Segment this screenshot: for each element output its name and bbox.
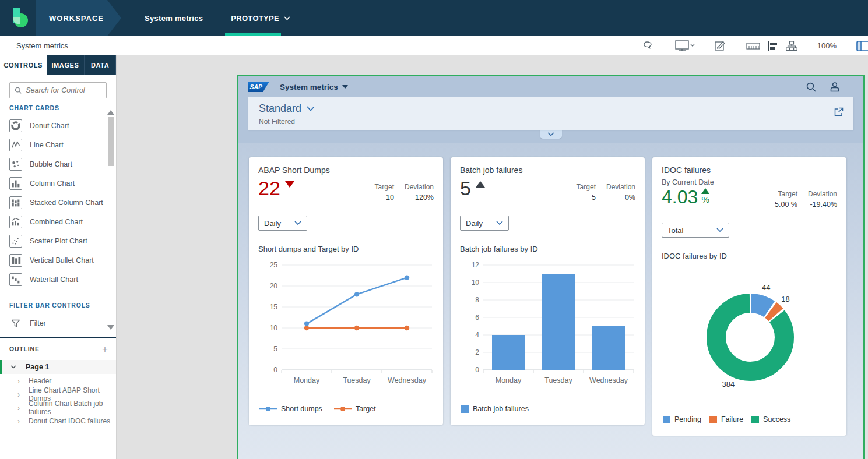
legend-swatch — [461, 405, 469, 413]
search-input[interactable] — [26, 86, 101, 94]
sidebar-item-filter[interactable]: Filter — [0, 313, 116, 333]
column-chart-icon — [9, 177, 22, 190]
chevron-down-icon — [716, 228, 723, 232]
prototype-shell-header: SAP System metrics — [238, 76, 863, 97]
workspace-label: WORKSPACE — [49, 14, 104, 23]
sidebar-item-donut-chart[interactable]: Donut Chart — [0, 116, 116, 135]
outline-title: OUTLINE — [9, 345, 40, 352]
scrollbar-thumb[interactable] — [108, 117, 114, 166]
card-idoc-failures[interactable]: IDOC failures By Current Date 4.03 % Tar… — [652, 157, 846, 436]
chevron-right-icon: › — [17, 389, 20, 399]
scrollbar-down-arrow[interactable] — [107, 325, 114, 330]
target-value: 10 — [386, 193, 394, 202]
donut-chart: 4418384 — [662, 263, 837, 409]
outline-item-donut-chart-idoc-failures[interactable]: ›Donut Chart IDOC failures — [0, 414, 116, 428]
preview-device-icon[interactable] — [675, 40, 695, 51]
chevron-down-icon — [284, 16, 290, 20]
svg-text:2: 2 — [475, 348, 479, 356]
prototype-canvas[interactable]: SAP System metrics Standard Not Filtered — [237, 75, 865, 459]
sitemap-icon[interactable] — [786, 41, 797, 51]
outline-item-column-chart-batch-job-failures[interactable]: ›Column Chart Batch job failures — [0, 401, 116, 414]
outline-add-button[interactable]: + — [102, 344, 108, 354]
sidebar-item-waterfall-chart[interactable]: Waterfall Chart — [0, 270, 116, 289]
search-icon[interactable] — [806, 82, 816, 92]
chevron-down-icon — [294, 221, 301, 225]
chart-cards-list: Donut ChartLine ChartBubble ChartColumn … — [0, 116, 116, 289]
deviation-label: Deviation — [606, 183, 635, 191]
chevron-right-icon: › — [17, 376, 20, 386]
ruler-icon[interactable] — [746, 43, 760, 50]
deviation-label: Deviation — [405, 183, 434, 191]
svg-text:4: 4 — [475, 331, 479, 339]
filter-controls-section-title: FILTER BAR CONTROLS — [9, 302, 107, 309]
outline-item-page-1[interactable]: Page 1 — [0, 360, 116, 374]
prototype-menu[interactable]: PROTOTYPE — [217, 0, 298, 36]
sidebar-item-stacked-column-chart[interactable]: Stacked Column Chart — [0, 193, 116, 212]
tab-controls[interactable]: CONTROLS — [0, 55, 47, 75]
control-search[interactable] — [9, 82, 107, 98]
period-select[interactable]: Daily — [460, 216, 509, 231]
page-title: System metrics — [16, 41, 68, 50]
variant-name: Standard — [259, 103, 301, 115]
legend-item-target: Target — [334, 405, 376, 413]
trend-up-icon — [476, 181, 485, 188]
kpi-value: 5 — [460, 178, 471, 199]
sidebar-item-scatter-plot-chart[interactable]: Scatter Plot Chart — [0, 231, 116, 250]
chevron-down-icon — [10, 365, 16, 369]
sidebar-item-line-chart[interactable]: Line Chart — [0, 135, 116, 154]
legend-item-failure: Failure — [709, 415, 743, 423]
chart-legend: Batch job failures — [460, 405, 635, 413]
svg-text:Tuesday: Tuesday — [544, 376, 572, 384]
app-title: System metrics — [280, 83, 338, 91]
trend-down-icon — [285, 181, 294, 188]
prototype-label: PROTOTYPE — [231, 14, 279, 23]
search-icon — [15, 86, 22, 94]
comments-icon[interactable] — [644, 41, 655, 51]
svg-text:15: 15 — [270, 303, 278, 311]
nav-project-name[interactable]: System metrics — [131, 0, 217, 36]
variant-selector[interactable]: Standard — [259, 103, 844, 115]
sidebar-item-bubble-chart[interactable]: Bubble Chart — [0, 154, 116, 174]
left-sidebar: CONTROLS IMAGES DATA CHART CARDS Donut C… — [0, 55, 117, 459]
user-icon[interactable] — [830, 82, 840, 92]
sidebar-item-vertical-bullet-chart[interactable]: Vertical Bullet Chart — [0, 250, 116, 270]
scrollbar-up-arrow[interactable] — [107, 110, 114, 115]
tab-images[interactable]: IMAGES — [47, 55, 85, 75]
share-icon[interactable] — [834, 107, 844, 117]
workspace-tab[interactable]: WORKSPACE — [36, 0, 121, 36]
sidebar-item-combined-chart[interactable]: Combined Chart — [0, 212, 116, 231]
chevron-down-icon — [307, 106, 315, 111]
legend-item-short-dumps: Short dumps — [259, 405, 322, 413]
trend-up-icon — [701, 188, 709, 194]
column-chart: 024681012MondayTuesdayWednesday — [460, 256, 635, 404]
chevron-right-icon: › — [17, 402, 20, 412]
sidebar-item-column-chart[interactable]: Column Chart — [0, 174, 116, 193]
align-icon[interactable] — [768, 41, 778, 51]
build-logo[interactable] — [0, 0, 36, 36]
svg-text:384: 384 — [722, 380, 735, 389]
panel-toggle-icon[interactable] — [856, 41, 868, 51]
collapse-filter-button[interactable] — [540, 130, 562, 139]
dashboard-content: ABAP Short Dumps 22 Target10 Deviation12… — [238, 143, 863, 459]
deviation-value: -19.40% — [810, 200, 837, 209]
tab-data[interactable]: DATA — [85, 55, 116, 75]
filter-bar-section: Standard Not Filtered — [238, 97, 863, 143]
chart-title: IDOC failures by ID — [662, 252, 837, 260]
card-abap-short-dumps[interactable]: ABAP Short Dumps 22 Target10 Deviation12… — [249, 157, 443, 425]
chart-title: Short dumps and Target by ID — [258, 245, 434, 253]
dimension-select[interactable]: Total — [662, 223, 729, 238]
svg-text:20: 20 — [270, 282, 278, 290]
chart-legend: PendingFailureSuccess — [662, 415, 837, 423]
card-title: IDOC failures — [662, 165, 837, 175]
design-theme-icon[interactable] — [715, 40, 726, 52]
card-batch-job-failures[interactable]: Batch job failures 5 Target5 Deviation0%… — [451, 157, 645, 425]
target-label: Target — [577, 183, 596, 191]
svg-text:Tuesday: Tuesday — [343, 376, 371, 384]
svg-text:18: 18 — [781, 295, 789, 303]
zoom-level[interactable]: 100% — [817, 41, 837, 50]
period-select[interactable]: Daily — [258, 216, 307, 231]
svg-text:SAP: SAP — [250, 83, 263, 90]
svg-text:44: 44 — [762, 283, 770, 292]
legend-swatch — [663, 416, 670, 423]
app-title-menu[interactable]: System metrics — [280, 83, 348, 91]
